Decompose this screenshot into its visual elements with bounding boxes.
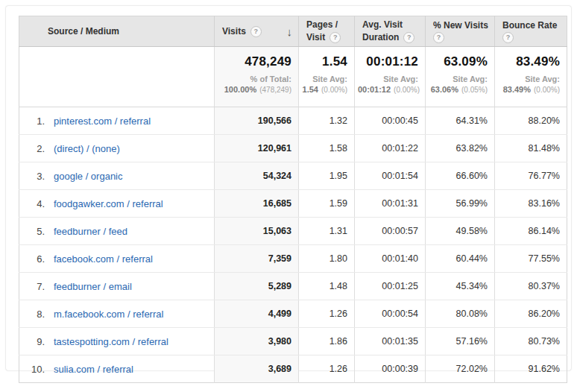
visits-cell: 54,324 [215, 162, 299, 190]
source-link[interactable]: feedburner / email [54, 281, 132, 292]
bounce-cell: 76.77% [495, 162, 567, 190]
column-header-new-visits[interactable]: % New Visits ? [426, 16, 495, 47]
visits-cell: 7,359 [215, 245, 299, 273]
source-cell: 8.m.facebook.com / referral [19, 300, 215, 328]
duration-cell: 00:01:54 [355, 162, 426, 190]
source-link[interactable]: facebook.com / referral [54, 253, 153, 265]
pages-cell: 1.59 [299, 190, 355, 218]
source-link[interactable]: m.facebook.com / referral [54, 309, 163, 320]
analytics-report-card: Source / Medium Visits ? ↓ Pages / [6, 6, 571, 370]
row-rank: 8. [27, 309, 45, 320]
sort-descending-icon[interactable]: ↓ [287, 26, 293, 37]
pages-cell: 1.31 [299, 218, 355, 245]
new-visits-cell: 66.60% [426, 162, 495, 190]
summary-duration-cell: 00:01:12 Site Avg: 00:01:12(0.00%) [355, 47, 426, 107]
source-link[interactable]: pinterest.com / referral [54, 116, 151, 127]
source-link[interactable]: feedburner / feed [54, 226, 127, 237]
bounce-cell: 80.73% [495, 328, 567, 355]
source-cell: 7.feedburner / email [19, 273, 215, 300]
column-header-avg-visit-duration[interactable]: Avg. Visit Duration ? [355, 16, 426, 47]
pages-cell: 1.26 [299, 355, 355, 383]
source-cell: 6.facebook.com / referral [19, 245, 215, 273]
summary-empty-cell [19, 47, 215, 107]
pages-cell: 1.95 [299, 162, 355, 190]
bounce-cell: 86.20% [495, 300, 567, 328]
visits-cell: 5,289 [215, 273, 299, 300]
help-icon[interactable]: ? [502, 32, 514, 43]
bounce-cell: 81.48% [495, 135, 567, 162]
row-rank: 2. [27, 143, 45, 154]
table-row: 4.foodgawker.com / referral 16,685 1.59 … [19, 190, 567, 218]
new-visits-cell: 72.02% [426, 355, 495, 383]
new-visits-label: % New Visits [433, 19, 488, 32]
row-rank: 5. [27, 226, 45, 237]
bounce-cell: 83.16% [495, 190, 567, 218]
pages-cell: 1.48 [299, 273, 355, 300]
help-icon[interactable]: ? [403, 32, 414, 43]
bounce-cell: 88.20% [495, 107, 567, 135]
source-cell: 9.tastespotting.com / referral [19, 328, 215, 355]
source-cell: 10.sulia.com / referral [19, 355, 215, 383]
table-row: 8.m.facebook.com / referral 4,499 1.26 0… [19, 300, 567, 328]
duration-cell: 00:01:40 [355, 245, 426, 273]
summary-pages-value: 1.54 [302, 54, 347, 69]
column-header-source-medium[interactable]: Source / Medium [19, 16, 215, 47]
duration-cell: 00:01:35 [355, 328, 426, 355]
new-visits-cell: 60.44% [426, 245, 495, 273]
row-rank: 1. [27, 116, 45, 127]
visits-cell: 3,689 [215, 355, 299, 383]
visits-cell: 16,685 [215, 190, 299, 218]
duration-cell: 00:01:25 [355, 273, 426, 300]
table-row: 7.feedburner / email 5,289 1.48 00:01:25… [19, 273, 567, 300]
site-avg-value: 1.54(0.00%) [302, 84, 347, 95]
percent-of-total-label: % of Total: [218, 75, 291, 84]
source-medium-table: Source / Medium Visits ? ↓ Pages / [19, 16, 567, 383]
duration-cell: 00:00:54 [355, 300, 426, 328]
table-row: 2.(direct) / (none) 120,961 1.58 00:01:2… [19, 135, 567, 162]
pages-cell: 1.32 [299, 107, 355, 135]
new-visits-cell: 49.58% [426, 218, 495, 245]
new-visits-cell: 63.82% [426, 135, 495, 162]
table-row: 10.sulia.com / referral 3,689 1.26 00:00… [19, 355, 567, 383]
duration-label-line2: Duration [362, 31, 399, 44]
duration-cell: 00:01:22 [355, 135, 426, 162]
summary-bounce-cell: 83.49% Site Avg: 83.49%(0.00%) [495, 47, 567, 107]
pages-cell: 1.58 [299, 135, 355, 162]
row-rank: 3. [27, 171, 45, 182]
column-header-visits[interactable]: Visits ? ↓ [215, 16, 299, 47]
site-avg-value: 83.49%(0.00%) [498, 84, 560, 95]
help-icon[interactable]: ? [433, 32, 444, 43]
duration-cell: 00:00:39 [355, 355, 426, 383]
site-avg-value: 63.06%(0.05%) [429, 84, 488, 95]
table-row: 6.facebook.com / referral 7,359 1.80 00:… [19, 245, 567, 273]
column-header-bounce-rate[interactable]: Bounce Rate ? [495, 16, 567, 47]
duration-cell: 00:00:45 [355, 107, 426, 135]
site-avg-label: Site Avg: [498, 75, 560, 84]
screenshot-stage: Source / Medium Visits ? ↓ Pages / [0, 0, 577, 392]
duration-label-line1: Avg. Visit [362, 19, 403, 31]
visits-cell: 190,566 [215, 107, 299, 135]
visits-cell: 120,961 [215, 135, 299, 162]
source-cell: 1.pinterest.com / referral [19, 107, 215, 135]
pages-cell: 1.86 [299, 328, 355, 355]
source-link[interactable]: sulia.com / referral [54, 364, 133, 375]
pages-visit-label-line1: Pages / [306, 19, 338, 31]
source-cell: 2.(direct) / (none) [19, 135, 215, 162]
summary-bounce-value: 83.49% [498, 54, 560, 69]
source-cell: 4.foodgawker.com / referral [19, 190, 215, 218]
visits-cell: 15,063 [215, 218, 299, 245]
summary-pages-cell: 1.54 Site Avg: 1.54(0.00%) [299, 47, 355, 107]
source-link[interactable]: tastespotting.com / referral [54, 336, 168, 347]
help-icon[interactable]: ? [330, 32, 341, 43]
summary-duration-value: 00:01:12 [358, 54, 418, 69]
bounce-rate-label: Bounce Rate [502, 19, 557, 32]
bounce-cell: 77.55% [495, 245, 567, 273]
column-header-pages-visit[interactable]: Pages / Visit ? [299, 16, 355, 47]
source-link[interactable]: foodgawker.com / referral [54, 198, 163, 209]
help-icon[interactable]: ? [250, 26, 262, 37]
source-link[interactable]: google / organic [54, 171, 123, 182]
site-avg-label: Site Avg: [429, 75, 488, 84]
summary-new-visits-value: 63.09% [429, 54, 488, 69]
source-link[interactable]: (direct) / (none) [54, 143, 120, 154]
site-avg-label: Site Avg: [358, 75, 418, 84]
